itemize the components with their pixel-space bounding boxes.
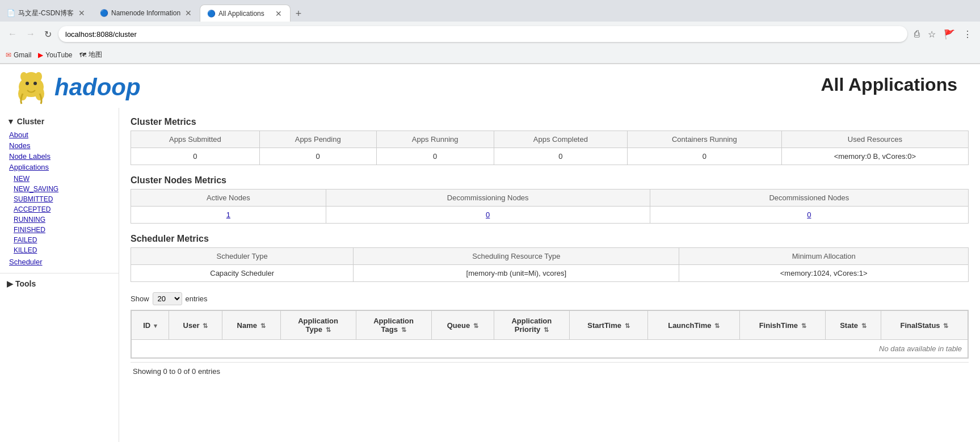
svg-point-4 <box>20 72 27 81</box>
col-queue-sort[interactable]: ⇅ <box>473 322 478 329</box>
sidebar-sub-links: NEW NEW_SAVING SUBMITTED ACCEPTED RUNNIN… <box>0 172 119 256</box>
col-name[interactable]: Name ⇅ <box>222 311 280 340</box>
sidebar-item-failed[interactable]: FAILED <box>14 235 112 245</box>
bookmark-maps[interactable]: 🗺 地图 <box>79 50 102 60</box>
sidebar-cluster-title[interactable]: ▼ Cluster <box>0 113 119 129</box>
cnm-val-1: 0 <box>326 207 650 224</box>
gmail-favicon: ✉ <box>6 51 11 59</box>
menu-button[interactable]: ⋮ <box>961 27 974 42</box>
address-input[interactable] <box>58 26 907 42</box>
tools-label: Tools <box>15 279 36 288</box>
main-area: Cluster Metrics Apps Submitted Apps Pend… <box>119 108 980 442</box>
tab-3[interactable]: 🔵 All Applications ✕ <box>200 5 291 22</box>
sidebar-item-scheduler[interactable]: Scheduler <box>9 256 112 267</box>
bookmark-button[interactable]: ☆ <box>926 27 938 42</box>
col-finish-time[interactable]: FinishTime ⇅ <box>740 311 826 340</box>
col-app-priority-sort[interactable]: ⇅ <box>544 326 549 333</box>
maps-favicon: 🗺 <box>79 51 86 59</box>
elephant-icon <box>11 69 51 106</box>
cluster-label: Cluster <box>17 117 44 126</box>
youtube-favicon: ▶ <box>38 51 43 59</box>
active-nodes-link[interactable]: 1 <box>226 211 230 219</box>
col-app-tags[interactable]: ApplicationTags ⇅ <box>356 311 431 340</box>
sidebar-item-accepted[interactable]: ACCEPTED <box>14 204 112 214</box>
no-data-cell: No data available in table <box>132 340 968 358</box>
share-button[interactable]: ⎙ <box>912 27 922 41</box>
browser-chrome: 📄 马文星-CSDN博客 ✕ 🔵 Namenode Information ✕ … <box>0 0 980 64</box>
col-finish-time-label: FinishTime <box>759 321 798 330</box>
col-state-sort[interactable]: ⇅ <box>861 322 867 329</box>
back-button[interactable]: ← <box>6 27 19 41</box>
tab-1-title: 马文星-CSDN博客 <box>18 9 74 18</box>
sidebar-item-nodes[interactable]: Nodes <box>9 140 112 151</box>
col-user[interactable]: User ⇅ <box>169 311 222 340</box>
decommissioned-nodes-link[interactable]: 0 <box>807 211 811 219</box>
hadoop-logo: hadoop <box>11 69 141 106</box>
col-launch-time[interactable]: LaunchTime ⇅ <box>648 311 740 340</box>
col-id-sort[interactable]: ▾ <box>154 322 157 329</box>
col-id[interactable]: ID ▾ <box>132 311 169 340</box>
sidebar-item-submitted[interactable]: SUBMITTED <box>14 194 112 204</box>
col-start-time[interactable]: StartTime ⇅ <box>569 311 647 340</box>
sm-val-2: <memory:1024, vCores:1> <box>679 265 969 282</box>
col-app-type-sort[interactable]: ⇅ <box>326 326 331 333</box>
tab-bar: 📄 马文星-CSDN博客 ✕ 🔵 Namenode Information ✕ … <box>0 0 980 22</box>
no-data-row: No data available in table <box>132 340 968 358</box>
address-bar: ← → ↻ ⎙ ☆ 🚩 ⋮ <box>0 22 980 47</box>
new-tab-button[interactable]: + <box>291 6 306 22</box>
maps-label: 地图 <box>89 50 102 60</box>
tab-2-close[interactable]: ✕ <box>184 7 193 19</box>
sidebar-item-new[interactable]: NEW <box>14 174 112 184</box>
sidebar-item-finished[interactable]: FINISHED <box>14 225 112 235</box>
sidebar-tools-title[interactable]: ▶ Tools <box>0 273 119 292</box>
col-state[interactable]: State ⇅ <box>826 311 881 340</box>
col-app-type[interactable]: ApplicationType ⇅ <box>280 311 356 340</box>
cluster-metrics-table: Apps Submitted Apps Pending Apps Running… <box>131 131 969 165</box>
col-queue-label: Queue <box>447 321 470 330</box>
col-app-tags-label: ApplicationTags <box>373 317 414 334</box>
col-name-sort[interactable]: ⇅ <box>260 322 266 329</box>
cnm-header-1: Decommissioning Nodes <box>326 190 650 207</box>
sidebar-item-running[interactable]: RUNNING <box>14 214 112 225</box>
cm-val-1: 0 <box>259 148 376 165</box>
col-finish-time-sort[interactable]: ⇅ <box>801 322 806 329</box>
extension-button[interactable]: 🚩 <box>941 27 957 42</box>
sidebar-item-new-saving[interactable]: NEW_SAVING <box>14 184 112 194</box>
apps-table-wrapper: ID ▾ User ⇅ Name ⇅ ApplicationType <box>131 310 969 359</box>
reload-button[interactable]: ↻ <box>42 27 54 42</box>
sidebar-item-node-labels[interactable]: Node Labels <box>9 151 112 162</box>
tab-2[interactable]: 🔵 Namenode Information ✕ <box>93 5 200 22</box>
tab-1[interactable]: 📄 马文星-CSDN博客 ✕ <box>0 5 93 22</box>
cm-header-0: Apps Submitted <box>131 131 260 148</box>
youtube-label: YouTube <box>45 51 72 59</box>
sidebar-item-applications[interactable]: Applications <box>9 162 112 172</box>
col-app-priority[interactable]: ApplicationPriority ⇅ <box>494 311 569 340</box>
entries-select[interactable]: 10 20 50 100 <box>153 292 182 305</box>
entries-label: entries <box>186 294 208 303</box>
show-label: Show <box>131 294 149 303</box>
col-start-time-sort[interactable]: ⇅ <box>625 322 630 329</box>
bookmark-gmail[interactable]: ✉ Gmail <box>6 51 31 59</box>
sidebar-tools-section: ▶ Tools <box>0 273 119 292</box>
forward-button[interactable]: → <box>24 27 37 41</box>
col-queue[interactable]: Queue ⇅ <box>431 311 494 340</box>
gmail-label: Gmail <box>14 51 31 59</box>
col-final-status-sort[interactable]: ⇅ <box>943 322 948 329</box>
col-user-label: User <box>183 321 200 330</box>
footer-info: Showing 0 to 0 of 0 entries <box>131 362 969 380</box>
cm-header-3: Apps Completed <box>494 131 627 148</box>
sm-header-1: Scheduling Resource Type <box>354 248 679 265</box>
sidebar-item-killed[interactable]: KILLED <box>14 245 112 255</box>
col-launch-time-sort[interactable]: ⇅ <box>714 322 720 329</box>
tab-3-close[interactable]: ✕ <box>274 8 283 19</box>
col-final-status[interactable]: FinalStatus ⇅ <box>881 311 968 340</box>
decommissioning-nodes-link[interactable]: 0 <box>486 211 490 219</box>
col-app-tags-sort[interactable]: ⇅ <box>401 326 406 333</box>
logo-header: hadoop All Applications <box>0 64 980 108</box>
col-user-sort[interactable]: ⇅ <box>203 322 208 329</box>
bookmark-youtube[interactable]: ▶ YouTube <box>38 51 72 59</box>
sidebar-item-about[interactable]: About <box>9 129 112 140</box>
col-final-status-label: FinalStatus <box>901 321 940 330</box>
cluster-metrics-title: Cluster Metrics <box>131 117 969 127</box>
tab-1-close[interactable]: ✕ <box>77 7 86 19</box>
